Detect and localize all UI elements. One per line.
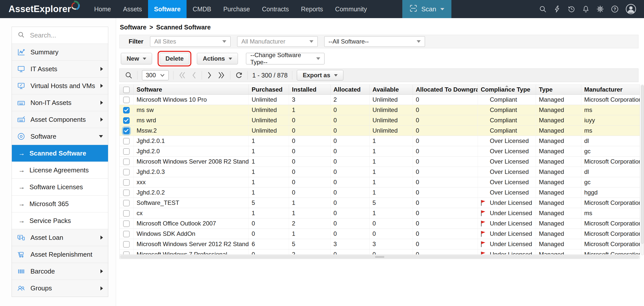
nav-item-assets[interactable]: Assets [117,0,148,18]
column-header-manufacturer[interactable]: Manufacturer [581,85,640,94]
row-checkbox[interactable] [123,210,130,217]
cell-software[interactable]: Mssw.2 [133,125,248,136]
row-checkbox[interactable] [123,241,130,248]
export-as-button[interactable]: Export as [297,70,343,81]
horizontal-scrollbar-handle[interactable] [120,256,639,258]
app-logo[interactable]: AssetExplorer [9,0,82,18]
sidebar-item-virtual-hosts-and-vms[interactable]: Virtual Hosts and VMs [12,78,108,94]
cell-compliance: Under Licensed [478,218,536,228]
breadcrumb-section[interactable]: Software [120,24,147,31]
lightning-icon[interactable] [553,5,561,13]
cell-software[interactable]: ms wrd [133,115,248,125]
previous-page-button[interactable] [191,71,197,79]
sidebar-item-service-packs[interactable]: →Service Packs [12,212,108,229]
help-icon[interactable]: ? [611,5,619,13]
refresh-icon[interactable] [235,71,243,79]
column-header-type[interactable]: Type [536,85,581,94]
row-checkbox[interactable] [123,251,130,255]
row-checkbox[interactable] [123,179,130,186]
first-page-button[interactable] [178,71,187,79]
sidebar-item-scanned-software[interactable]: →Scanned Software [12,145,108,162]
last-page-button[interactable] [217,71,226,79]
column-header-allocated-to-downgrades[interactable]: Allocated To Downgrades [413,85,478,94]
cell-software[interactable]: Jghd.2.0.3 [133,167,248,177]
sidebar-item-license-agreements[interactable]: →License Agreements [12,162,108,179]
cell-software[interactable]: Windows SDK AddOn [133,228,248,239]
column-header-available[interactable]: Available [369,85,413,94]
row-checkbox[interactable] [123,107,130,113]
row-checkbox[interactable] [123,148,130,155]
page-size-select[interactable]: 300 [142,70,169,80]
filter-manufacturer-dropdown[interactable]: All Manufacturer [237,36,318,47]
nav-item-reports[interactable]: Reports [295,0,329,18]
actions-button[interactable]: Actions [197,53,238,64]
pagination-bar: 300 1 - 300 / 8 [119,68,638,82]
horizontal-scrollbar[interactable] [119,255,640,259]
row-checkbox[interactable] [123,138,130,144]
filter-sites-dropdown[interactable]: All Sites [150,36,231,47]
cell-software[interactable]: Microsoft Windows Server 2012 R2 Standar… [133,239,248,249]
sidebar-search-input[interactable] [30,31,93,39]
delete-button[interactable]: Delete [160,53,189,64]
column-header-allocated[interactable]: Allocated [330,85,369,94]
column-header-purchased[interactable]: Purchased [248,85,289,94]
bell-icon[interactable] [582,5,590,13]
sidebar-item-software[interactable]: Software [12,128,108,145]
new-button[interactable]: New [121,53,152,64]
gear-icon[interactable] [596,5,604,13]
sidebar-item-barcode[interactable]: Barcode [12,263,108,280]
sidebar-item-groups[interactable]: Groups [12,280,108,297]
nav-item-software[interactable]: Software [148,0,187,18]
sidebar-item-it-assets[interactable]: IT Assets [12,61,108,78]
cell-software[interactable]: Microsoft Office Outlook 2007 [133,218,248,228]
cell-software[interactable]: Microsoft Windows 10 Pro [133,94,248,105]
sidebar-item-software-licenses[interactable]: →Software Licenses [12,179,108,196]
cell-software[interactable]: xxx [133,177,248,187]
next-page-button[interactable] [206,71,212,79]
cell-software[interactable]: ms sw [133,105,248,115]
row-checkbox[interactable] [123,189,130,196]
row-checkbox[interactable] [123,169,130,175]
nav-item-purchase[interactable]: Purchase [217,0,256,18]
search-icon[interactable] [539,5,547,13]
filter-software-dropdown[interactable]: --All Software-- [324,36,425,47]
cell-software[interactable]: Microsoft Windows Server 2008 R2 Standar… [133,156,248,167]
nav-item-community[interactable]: Community [329,0,373,18]
cell-software[interactable]: Software_TEST [133,198,248,208]
nav-item-cmdb[interactable]: CMDB [187,0,217,18]
row-checkbox[interactable] [123,117,130,124]
cell-software[interactable]: Microsoft Windows 7 Professional [133,249,248,255]
row-checkbox[interactable] [123,97,130,103]
row-checkbox[interactable] [123,220,130,227]
column-header-software[interactable]: Software [133,85,248,94]
cell-software[interactable]: Jghd.2.0 [133,146,248,156]
sidebar-item-non-it-assets[interactable]: Non-IT Assets [12,94,108,111]
change-software-type-dropdown[interactable]: --Change Software Type-- [246,53,325,64]
history-icon[interactable] [567,5,576,13]
avatar-icon[interactable] [625,4,636,15]
list-search-icon[interactable] [125,71,133,79]
sidebar-item-summary[interactable]: Summary [12,44,108,61]
row-checkbox[interactable] [123,128,130,134]
chevron-right-icon [100,269,103,273]
chevron-down-icon [334,74,338,76]
sidebar-item-microsoft-365[interactable]: →Microsoft 365 [12,196,108,212]
cell-software[interactable]: Jghd.2.0.1 [133,136,248,146]
row-checkbox[interactable] [123,231,130,237]
vertical-scrollbar-handle[interactable] [641,85,643,244]
sidebar-item-asset-components[interactable]: Asset Components [12,111,108,128]
vertical-scrollbar[interactable] [641,85,644,255]
column-header-compliance-type[interactable]: Compliance Type [478,85,536,94]
cell-installed: 1 [289,208,330,218]
row-checkbox[interactable] [123,159,130,165]
sidebar-item-asset-loan[interactable]: Asset Loan [12,229,108,246]
cell-software[interactable]: cx [133,208,248,218]
select-all-checkbox[interactable] [123,87,130,93]
nav-item-home[interactable]: Home [88,0,117,18]
cell-software[interactable]: Jghd.2.0.2 [133,187,248,198]
row-checkbox[interactable] [123,200,130,206]
scan-button[interactable]: Scan [402,0,451,18]
sidebar-item-asset-replenishment[interactable]: Asset Replenishment [12,246,108,263]
nav-item-contracts[interactable]: Contracts [256,0,295,18]
column-header-installed[interactable]: Installed [289,85,330,94]
